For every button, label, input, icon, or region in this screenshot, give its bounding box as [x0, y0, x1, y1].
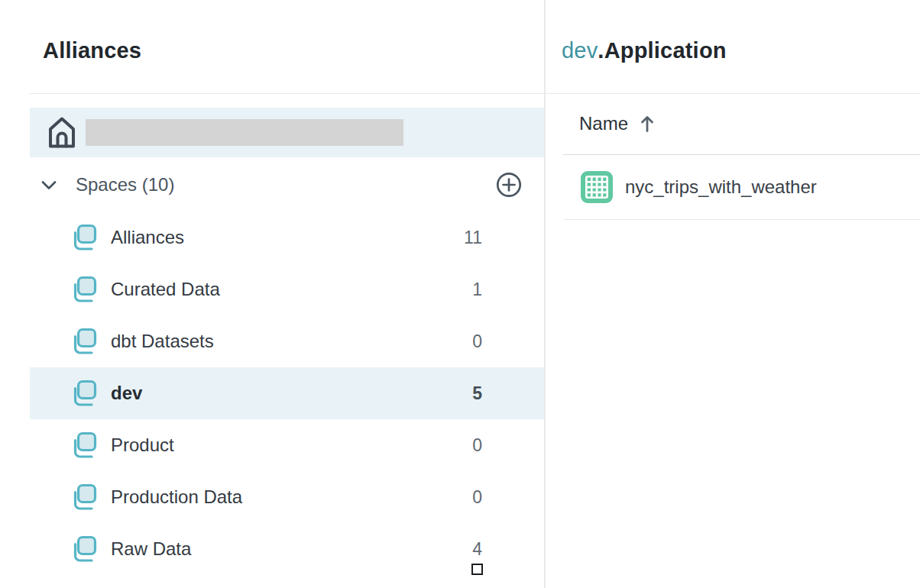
chevron-down-icon[interactable] [40, 180, 57, 190]
redacted-text-placeholder [86, 119, 403, 146]
breadcrumb-folder-label: Application [604, 38, 727, 63]
sidebar-title: Alliances [43, 38, 141, 63]
space-icon [69, 535, 98, 564]
spaces-sidebar: Alliances Spaces (10) Alliances [0, 0, 546, 588]
sidebar-space-item[interactable]: Alliances 11 [30, 212, 544, 263]
space-item-label: Alliances [111, 227, 184, 248]
sidebar-space-item[interactable]: Product 0 [30, 419, 544, 471]
breadcrumb-space-link[interactable]: dev [562, 38, 598, 63]
row-divider [563, 219, 920, 220]
sidebar-space-item[interactable]: dbt Datasets 0 [30, 315, 544, 367]
panel-title-divider [546, 93, 920, 94]
space-item-label: Production Data [111, 486, 242, 508]
space-item-label: Product [111, 435, 174, 456]
space-item-label: dev [111, 383, 142, 404]
space-item-count: 11 [464, 228, 482, 248]
space-item-count: 0 [472, 435, 482, 456]
space-item-label: dbt Datasets [111, 331, 214, 352]
space-item-count: 1 [472, 279, 482, 300]
app-window: Alliances Spaces (10) Alliances [0, 0, 920, 588]
space-item-count: 5 [472, 383, 482, 404]
sidebar-space-item[interactable]: Curated Data 1 [30, 263, 544, 315]
space-item-count: 0 [472, 331, 482, 352]
space-icon [69, 275, 98, 304]
spaces-tree-root: Spaces (10) [30, 159, 544, 211]
catalog-panel: dev.Application Name nyc_trips_with_weat… [546, 0, 920, 588]
home-row[interactable] [30, 108, 544, 157]
space-icon [69, 483, 98, 512]
column-header-name[interactable]: Name [579, 113, 655, 134]
space-item-count: 4 [472, 539, 482, 560]
space-icon [69, 379, 98, 408]
spaces-list: Alliances 11 Curated Data 1 dbt Datasets… [30, 212, 544, 575]
sidebar-space-item[interactable]: dev 5 [30, 367, 544, 419]
space-icon [69, 431, 98, 460]
page-title: dev.Application [562, 38, 727, 63]
column-header-label: Name [579, 113, 628, 134]
table-dataset-icon [581, 171, 613, 203]
space-item-count: 0 [472, 487, 482, 508]
breadcrumb-separator: . [598, 38, 604, 63]
space-icon [69, 223, 98, 252]
home-icon [47, 115, 76, 150]
arrow-up-icon [640, 115, 655, 133]
space-icon [69, 327, 98, 356]
sidebar-space-item[interactable]: Raw Data 4 [30, 523, 544, 575]
plus-circle-icon[interactable] [496, 172, 522, 198]
sidebar-title-divider [30, 93, 544, 94]
sidebar-space-item[interactable]: Production Data 0 [30, 471, 544, 523]
dataset-row[interactable]: nyc_trips_with_weather [546, 155, 920, 219]
missing-glyph-square [471, 564, 483, 575]
space-item-label: Curated Data [111, 279, 220, 300]
dataset-name: nyc_trips_with_weather [625, 176, 817, 198]
dataset-list: nyc_trips_with_weather [546, 155, 920, 220]
spaces-root-label[interactable]: Spaces (10) [76, 174, 174, 195]
space-item-label: Raw Data [111, 538, 191, 560]
